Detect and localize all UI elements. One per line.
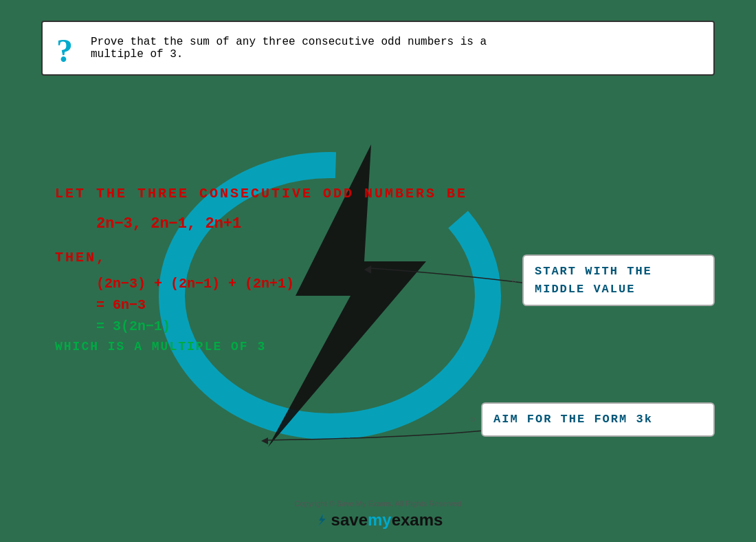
- question-text: Prove that the sum of any three consecut…: [91, 36, 487, 61]
- result-line: = 3(2n−1): [96, 318, 467, 334]
- brand-exams: exams: [392, 510, 443, 529]
- multiple-line: WHICH IS A MULTIPLE OF 3: [55, 340, 467, 354]
- equals-line: = 6n−3: [96, 297, 467, 313]
- svg-marker-4: [261, 437, 268, 444]
- let-line: LET THE THREE CONSECUTIVE ODD NUMBERS BE: [55, 186, 467, 202]
- brand-my: my: [368, 510, 392, 529]
- question-box: ? Prove that the sum of any three consec…: [41, 21, 715, 76]
- callout-aim-text: AIM FOR THE FORM 3k: [493, 413, 653, 426]
- brand-name: savemyexams: [331, 510, 443, 530]
- copyright-text: Copyright © Save My Exams. All Rights Re…: [0, 499, 756, 508]
- math-content: LET THE THREE CONSECUTIVE ODD NUMBERS BE…: [55, 186, 467, 354]
- numbers-line: 2n−3, 2n−1, 2n+1: [96, 215, 467, 232]
- svg-marker-7: [318, 514, 326, 526]
- callout-middle: START WITH THE MIDDLE VALUE: [522, 254, 715, 306]
- brand-save: save: [331, 510, 368, 529]
- callout-middle-line2: MIDDLE VALUE: [535, 283, 635, 296]
- brand-logo: savemyexams: [0, 510, 756, 530]
- brand-lightning-icon: [313, 512, 329, 528]
- sum-line: (2n−3) + (2n−1) + (2n+1): [96, 276, 467, 292]
- then-line: THEN,: [55, 250, 467, 265]
- callout-aim: AIM FOR THE FORM 3k: [481, 402, 715, 437]
- callout-middle-line1: START WITH THE: [535, 265, 652, 278]
- question-icon: ?: [56, 34, 73, 67]
- footer: Copyright © Save My Exams. All Rights Re…: [0, 499, 756, 530]
